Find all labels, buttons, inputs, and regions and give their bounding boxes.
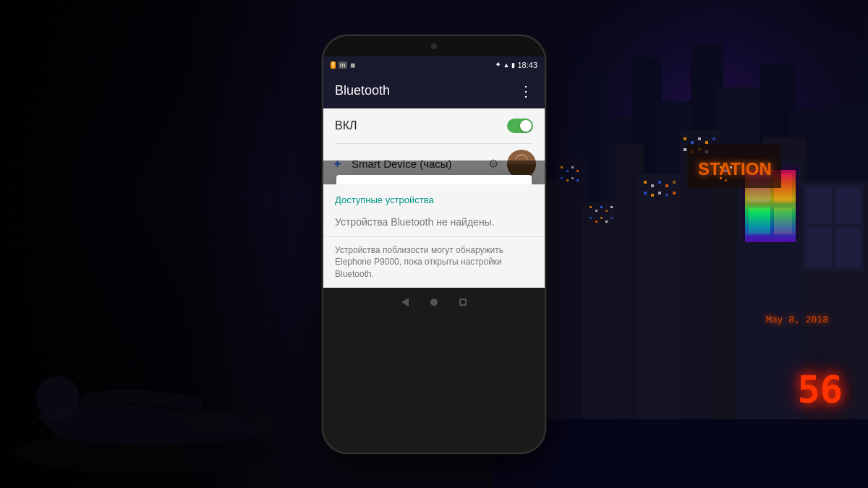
clock-date-display: May 8, 2018 <box>766 312 828 325</box>
status-bar-left: f m ◼ <box>331 61 355 69</box>
phone-screen: f m ◼ ✦ ▲ ▮ 18:43 Bluetooth ⋮ ВКЛ <box>322 35 546 454</box>
phone-top-bar <box>323 36 545 56</box>
svg-rect-109 <box>807 228 832 267</box>
svg-rect-41 <box>561 177 563 179</box>
svg-rect-60 <box>644 192 647 194</box>
svg-rect-90 <box>720 177 722 179</box>
back-button[interactable] <box>401 298 409 307</box>
svg-rect-52 <box>600 217 603 219</box>
available-devices-section: Доступные устройства Устройства Bluetoot… <box>323 184 545 288</box>
notification-icon-2: m <box>339 61 347 69</box>
svg-rect-63 <box>665 194 668 197</box>
city-buildings: STATION <box>492 0 868 488</box>
svg-rect-39 <box>571 166 574 168</box>
svg-rect-64 <box>673 192 676 194</box>
notification-icon-1: f <box>331 61 336 69</box>
info-text: Устройства поблизости могут обнаружить E… <box>323 237 545 288</box>
dialog-overlay: Подключиться к Mi Phone? Код подключения… <box>323 160 545 184</box>
svg-rect-58 <box>665 184 668 187</box>
svg-rect-110 <box>835 228 861 267</box>
svg-rect-59 <box>673 181 676 184</box>
person-silhouette <box>0 199 304 488</box>
svg-rect-70 <box>684 148 686 151</box>
svg-rect-51 <box>595 221 597 223</box>
clock-time: 18:43 <box>517 61 537 69</box>
bluetooth-toggle-row[interactable]: ВКЛ <box>323 108 545 143</box>
svg-rect-57 <box>658 181 661 184</box>
home-button[interactable] <box>430 299 438 306</box>
phone-nav-bar <box>323 288 545 317</box>
svg-rect-38 <box>566 170 569 172</box>
sim-icon: ◼ <box>350 61 355 69</box>
svg-rect-40 <box>576 170 579 172</box>
bluetooth-status-icon: ✦ <box>495 60 501 69</box>
svg-rect-53 <box>605 221 608 223</box>
phone-camera <box>431 43 437 49</box>
svg-rect-107 <box>807 188 832 224</box>
svg-rect-88 <box>725 170 727 172</box>
status-bar-right: ✦ ▲ ▮ 18:43 <box>495 60 537 69</box>
svg-text:STATION: STATION <box>698 159 772 179</box>
bluetooth-toggle[interactable] <box>507 119 533 133</box>
clock-display: 56 <box>797 371 843 408</box>
svg-rect-89 <box>730 166 732 168</box>
svg-rect-43 <box>571 177 574 179</box>
section-header: Доступные устройства <box>323 184 545 210</box>
section-title: Доступные устройства <box>335 194 434 205</box>
svg-rect-47 <box>600 206 603 208</box>
svg-rect-65 <box>684 137 686 140</box>
status-bar: f m ◼ ✦ ▲ ▮ 18:43 <box>323 56 545 74</box>
svg-rect-54 <box>610 217 613 219</box>
svg-rect-37 <box>561 166 563 168</box>
svg-rect-105 <box>492 419 868 488</box>
svg-rect-55 <box>644 181 647 184</box>
svg-rect-91 <box>725 179 727 181</box>
phone-device: f m ◼ ✦ ▲ ▮ 18:43 Bluetooth ⋮ ВКЛ <box>322 35 546 454</box>
svg-rect-48 <box>605 210 608 212</box>
svg-rect-46 <box>595 210 597 212</box>
svg-rect-61 <box>651 194 654 197</box>
content-area: ВКЛ ✦ Smart Device (часы) ⚙ <box>323 108 545 184</box>
svg-rect-62 <box>658 192 661 194</box>
svg-rect-108 <box>835 188 861 224</box>
bluetooth-pairing-dialog: Подключиться к Mi Phone? Код подключения… <box>336 175 532 184</box>
app-bar: Bluetooth ⋮ <box>323 74 545 108</box>
toggle-label: ВКЛ <box>335 119 357 132</box>
svg-rect-66 <box>691 141 694 144</box>
battery-icon: ▮ <box>511 61 515 69</box>
svg-rect-42 <box>566 179 569 181</box>
app-title: Bluetooth <box>335 83 390 98</box>
svg-rect-68 <box>705 141 708 144</box>
svg-rect-69 <box>712 137 715 140</box>
svg-rect-49 <box>610 206 613 208</box>
svg-rect-67 <box>698 137 701 140</box>
svg-rect-87 <box>720 166 722 168</box>
svg-rect-56 <box>651 184 654 187</box>
svg-point-112 <box>36 376 80 419</box>
recents-button[interactable] <box>459 299 467 306</box>
empty-devices-text: Устройства Bluetooth не найдены. <box>323 210 545 236</box>
signal-icon: ▲ <box>503 61 510 69</box>
svg-rect-45 <box>590 206 592 208</box>
more-menu-button[interactable]: ⋮ <box>519 82 533 100</box>
svg-rect-50 <box>590 217 592 219</box>
svg-rect-44 <box>576 179 579 181</box>
